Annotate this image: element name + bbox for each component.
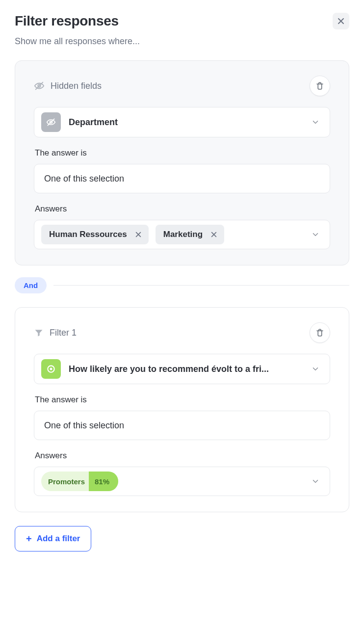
close-button[interactable] <box>333 13 349 29</box>
condition-select[interactable]: One of this selection <box>34 164 330 193</box>
answer-chip: Marketing <box>156 225 224 244</box>
hidden-field-icon <box>41 112 61 132</box>
add-filter-button[interactable]: + Add a filter <box>15 526 91 551</box>
answer-chip: Human Ressources <box>41 225 149 244</box>
filter-icon <box>34 328 44 338</box>
chevron-down-icon <box>311 365 320 373</box>
condition-select[interactable]: One of this selection <box>34 411 330 440</box>
page-title: Filter responses <box>15 13 119 29</box>
condition-label: One of this selection <box>44 174 124 184</box>
answers-label: Answers <box>35 451 330 461</box>
question-select[interactable]: How likely are you to recommend évolt to… <box>34 354 330 384</box>
add-filter-label: Add a filter <box>37 534 80 544</box>
trash-icon <box>315 328 324 337</box>
delete-filter-button[interactable] <box>310 322 330 343</box>
connector-pill[interactable]: And <box>15 277 47 293</box>
promoter-percent: 81% <box>92 477 118 486</box>
close-icon <box>337 17 345 25</box>
nps-icon <box>41 359 61 379</box>
trash-icon <box>315 81 324 90</box>
chevron-down-icon <box>311 118 320 127</box>
question-select[interactable]: Department <box>34 107 330 137</box>
chevron-down-icon <box>311 230 320 239</box>
question-label: Department <box>69 117 118 128</box>
page-subtitle: Show me all responses where... <box>15 36 349 47</box>
condition-label: One of this selection <box>44 420 124 431</box>
answers-select[interactable]: Human Ressources Marketing <box>34 220 330 249</box>
chip-label: Marketing <box>163 230 203 239</box>
answer-is-label: The answer is <box>35 148 330 158</box>
filter-head-label: Filter 1 <box>50 328 77 338</box>
plus-icon: + <box>26 534 32 544</box>
remove-chip-button[interactable] <box>133 229 144 240</box>
answer-is-label: The answer is <box>35 395 330 405</box>
promoter-label: Promoters <box>41 477 92 486</box>
connector-line <box>53 285 349 286</box>
answers-label: Answers <box>35 204 330 214</box>
filter-card-1: Filter 1 How likely are you to recommend… <box>15 307 349 512</box>
answers-select[interactable]: Promoters 81% <box>34 467 330 496</box>
chip-label: Human Ressources <box>49 230 127 239</box>
question-label: How likely are you to recommend évolt to… <box>69 364 269 374</box>
delete-filter-button[interactable] <box>310 76 330 96</box>
hidden-icon <box>34 80 45 91</box>
filter-connector: And <box>15 277 349 293</box>
svg-point-3 <box>50 368 52 370</box>
promoter-pill: Promoters 81% <box>41 472 118 491</box>
filter-card-hidden-fields: Hidden fields Department The answer is O… <box>15 60 349 265</box>
chevron-down-icon <box>311 477 320 486</box>
filter-head-label: Hidden fields <box>51 81 102 91</box>
remove-chip-button[interactable] <box>208 229 219 240</box>
